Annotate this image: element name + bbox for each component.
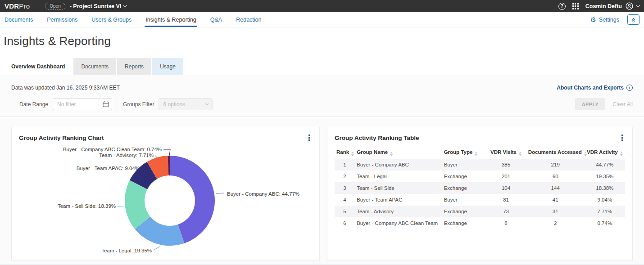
nav-insights-reporting[interactable]: Insights & Reporting xyxy=(145,12,197,27)
table-cell: 5 xyxy=(335,206,355,217)
table-cell: 104 xyxy=(485,182,526,194)
apps-grid-icon[interactable] xyxy=(572,3,579,9)
chart-card-title: Group Activity Ranking Chart xyxy=(19,135,104,141)
sort-icon xyxy=(620,152,623,156)
tab-usage[interactable]: Usage xyxy=(152,58,183,75)
slice-label: Team - Legal: 19.35% xyxy=(101,248,152,253)
filter-bar: Date Range Groups Filter 6 options APPLY… xyxy=(0,91,644,117)
label-leader-line xyxy=(216,193,224,193)
groups-filter-select[interactable]: 6 options xyxy=(159,98,213,110)
group-activity-chart-card: Group Activity Ranking Chart Buyer - Com… xyxy=(11,127,320,261)
sort-icon xyxy=(351,152,354,156)
table-cell: 4 xyxy=(335,194,355,206)
user-name: Cosmin Deftu xyxy=(585,3,622,9)
project-name: - Project Sunrise VI xyxy=(70,3,122,9)
clear-all-button[interactable]: Clear All xyxy=(612,101,633,108)
nav-documents[interactable]: Documents xyxy=(4,12,34,27)
col-vdr-visits[interactable]: VDR Visits xyxy=(485,147,526,159)
table-cell: 219 xyxy=(526,159,585,171)
data-updated-text: Data was updated Jan 16, 2025 9:33AM EET xyxy=(11,85,120,91)
apply-button[interactable]: APPLY xyxy=(575,98,606,110)
tab-reports[interactable]: Reports xyxy=(117,58,151,75)
collapse-header-button[interactable] xyxy=(627,14,639,25)
groups-filter-value: 6 options xyxy=(163,101,185,108)
col-documents-accessed[interactable]: Documents Accessed xyxy=(526,147,585,159)
table-row: 5Team - AdvisoryExchange73317.71% xyxy=(335,206,625,217)
help-icon[interactable]: ? xyxy=(558,3,566,10)
account-menu[interactable]: Cosmin Deftu xyxy=(585,2,639,10)
table-cell: Buyer xyxy=(442,194,486,206)
col-group-type[interactable]: Group Type xyxy=(442,147,486,159)
table-row: 4Buyer - Team APACBuyer81419.04% xyxy=(335,194,625,206)
table-cell: 73 xyxy=(485,206,526,217)
about-charts-exports-link[interactable]: About Charts and Exports i xyxy=(557,85,633,91)
col-group-name[interactable]: Group Name xyxy=(355,147,442,159)
kebab-menu-icon[interactable] xyxy=(619,133,625,142)
sort-icon xyxy=(519,152,522,156)
table-cell: Exchange xyxy=(442,182,486,194)
table-cell: 31 xyxy=(526,206,585,217)
table-cell: Team - Legal xyxy=(355,171,442,182)
project-selector[interactable]: - Project Sunrise VI xyxy=(70,3,127,9)
table-cell: 6 xyxy=(335,217,355,229)
table-cell: 8 xyxy=(485,217,526,229)
gear-icon: ⚙ xyxy=(590,16,596,23)
chevron-down-icon xyxy=(123,4,127,7)
col-vdr-activity[interactable]: VDR Activity xyxy=(585,147,625,159)
date-range-label: Date Range xyxy=(19,101,48,108)
user-avatar-icon xyxy=(626,2,633,10)
ranking-table: Rank Group Name Group Type VDR Visits Do… xyxy=(335,147,625,229)
table-cell: 44.77% xyxy=(585,159,625,171)
table-cell: 19.35% xyxy=(585,171,625,182)
chevron-down-icon xyxy=(205,102,209,105)
double-chevron-up-icon xyxy=(630,16,637,23)
slice-label: Team - Sell Side: 18.39% xyxy=(58,203,116,209)
sort-icon xyxy=(390,152,393,156)
settings-button[interactable]: ⚙ Settings xyxy=(590,16,619,23)
calendar-icon xyxy=(103,101,109,107)
table-cell: 18.38% xyxy=(585,182,625,194)
project-status-badge: Open xyxy=(45,3,65,10)
table-card-title: Group Activity Ranking Table xyxy=(335,135,419,141)
chevron-down-icon xyxy=(636,4,640,7)
dashboard-content: Data was updated Jan 16, 2025 9:33AM EET… xyxy=(0,75,644,264)
page-header: Insights & Reporting Overview Dashboard … xyxy=(0,27,644,75)
table-cell: 7.71% xyxy=(585,206,625,217)
table-header-row: Rank Group Name Group Type VDR Visits Do… xyxy=(335,147,625,159)
logo-light: Pro xyxy=(19,2,30,10)
tab-overview-dashboard[interactable]: Overview Dashboard xyxy=(4,58,73,75)
label-leader-line xyxy=(163,149,170,156)
tab-documents[interactable]: Documents xyxy=(73,58,116,75)
group-activity-table-card: Group Activity Ranking Table Rank Group … xyxy=(327,127,633,261)
table-cell: 1 xyxy=(335,159,355,171)
nav-permissions[interactable]: Permissions xyxy=(46,12,78,27)
table-cell: Buyer - Company ABC Clean Team xyxy=(355,217,442,229)
table-cell: 81 xyxy=(485,194,526,206)
info-icon: i xyxy=(626,85,633,91)
table-cell: 201 xyxy=(485,171,526,182)
table-cell: 0.74% xyxy=(585,217,625,229)
date-range-field[interactable] xyxy=(53,98,112,110)
nav-qa[interactable]: Q&A xyxy=(209,12,223,27)
table-cell: 9.04% xyxy=(585,194,625,206)
main-nav: Documents Permissions Users & Groups Ins… xyxy=(0,12,644,27)
kebab-menu-icon[interactable] xyxy=(306,133,312,142)
table-cell: 60 xyxy=(526,171,585,182)
col-rank[interactable]: Rank xyxy=(335,147,355,159)
sub-tabs: Overview Dashboard Documents Reports Usa… xyxy=(4,58,640,75)
slice-label: Buyer - Company ABC Clean Team: 0.74% xyxy=(63,147,162,152)
table-cell: Exchange xyxy=(442,206,486,217)
sort-icon xyxy=(584,152,587,156)
slice-label: Buyer - Company ABC: 44.77% xyxy=(227,191,299,197)
sort-icon xyxy=(475,152,477,156)
table-cell: 41 xyxy=(526,194,585,206)
table-row: 6Buyer - Company ABC Clean TeamExchange8… xyxy=(335,217,625,229)
table-row: 1Buyer - Company ABCBuyer38521944.77% xyxy=(335,159,625,171)
label-leader-line xyxy=(154,247,160,250)
logo-bold: VDR xyxy=(5,2,19,10)
groups-filter-label: Groups Filter xyxy=(123,101,154,108)
donut-chart: Buyer - Company ABC: 44.77%Team - Legal:… xyxy=(19,143,312,258)
nav-redaction[interactable]: Redaction xyxy=(235,12,262,27)
nav-users-groups[interactable]: Users & Groups xyxy=(91,12,132,27)
table-row: 2Team - LegalExchange2016019.35% xyxy=(335,171,625,182)
